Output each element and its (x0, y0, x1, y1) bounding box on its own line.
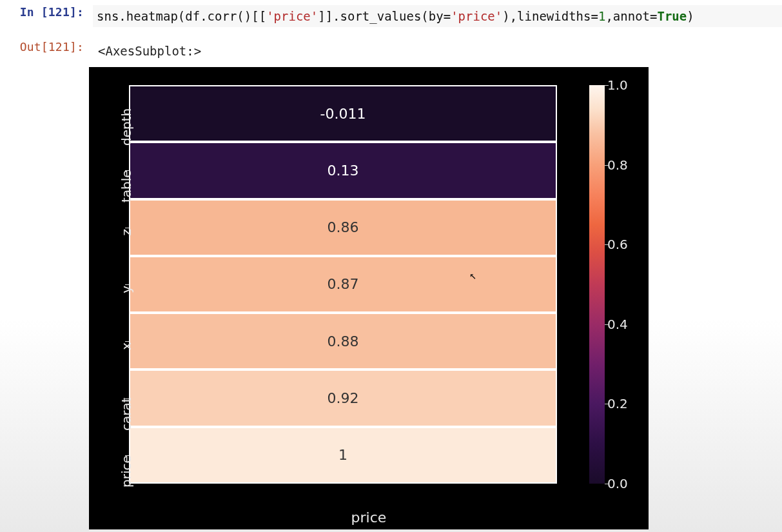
output-repr: <AxesSubplot:> (93, 40, 206, 62)
code-token: (df.corr()[[ (178, 9, 266, 23)
y-tick-mark (125, 113, 129, 114)
colorbar-tick-label: 0.4 (607, 317, 636, 332)
colorbar-tick-mark (605, 85, 609, 86)
x-axis-label: price (89, 509, 649, 526)
colorbar-tick-mark (605, 165, 609, 166)
code-token: True (657, 9, 687, 23)
y-tick-mark (125, 170, 129, 171)
colorbar-tick-mark (605, 484, 609, 484)
code-token: heatmap (126, 9, 178, 23)
code-token: ,annot= (605, 9, 657, 23)
code-token: ]].sort_values(by= (318, 9, 451, 23)
code-token: ) (687, 9, 694, 23)
output-cell: Out[121]: <AxesSubplot:> (0, 27, 782, 62)
y-tick-label: carat (119, 400, 134, 431)
y-tick-mark (125, 455, 129, 456)
heatmap-figure: -0.0110.130.860.870.880.921 depthtablezy… (89, 67, 649, 529)
colorbar (589, 85, 605, 484)
heatmap-cell: 0.13 (130, 143, 556, 197)
y-tick-label: y (119, 286, 134, 317)
code-token: . (119, 9, 126, 23)
input-prompt: In [121]: (0, 5, 93, 19)
output-prompt: Out[121]: (0, 40, 93, 54)
y-tick-mark (125, 399, 129, 399)
code-token: 'price' (451, 9, 502, 23)
y-tick-label: table (119, 172, 134, 202)
code-token: ),linewidths= (502, 9, 598, 23)
colorbar-tick-label: 0.8 (607, 157, 636, 173)
y-tick-label: price (119, 457, 134, 488)
heatmap-axes: -0.0110.130.860.870.880.921 (129, 85, 557, 484)
colorbar-tick-mark (605, 404, 609, 404)
heatmap-cell: 0.86 (130, 201, 556, 255)
colorbar-tick-label: 0.2 (607, 396, 636, 411)
colorbar-tick-label: 0.0 (607, 476, 636, 491)
code-token: 'price' (266, 9, 318, 23)
colorbar-tick-label: 1.0 (607, 77, 636, 93)
y-tick-mark (125, 284, 129, 285)
input-cell: In [121]: sns.heatmap(df.corr()[['price'… (0, 0, 782, 27)
colorbar-tick-mark (605, 244, 609, 245)
colorbar-tick-label: 0.6 (607, 237, 636, 252)
heatmap-cell: 0.88 (130, 314, 556, 368)
y-tick-mark (125, 341, 129, 342)
y-tick-label: z (119, 229, 134, 260)
y-tick-label: depth (119, 115, 134, 146)
y-tick-label: x (119, 342, 134, 373)
heatmap-cell: 1 (130, 428, 556, 482)
colorbar-tick-mark (605, 324, 609, 325)
y-tick-mark (125, 228, 129, 228)
code-token: 1 (598, 9, 605, 23)
code-input[interactable]: sns.heatmap(df.corr()[['price']].sort_va… (93, 5, 782, 27)
heatmap-cell: -0.011 (130, 86, 556, 141)
heatmap-cell: 0.92 (130, 371, 556, 425)
code-token: sns (97, 9, 119, 23)
heatmap-cell: 0.87 (130, 257, 556, 311)
